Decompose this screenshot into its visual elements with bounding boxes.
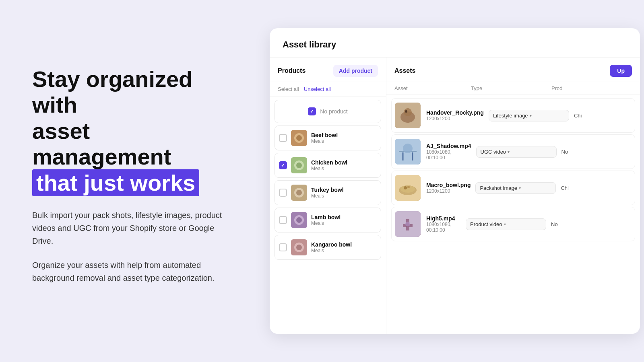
chevron-down-icon: ▾: [530, 113, 532, 118]
asset-type-select-handover-rocky[interactable]: Lifestyle image ▾: [489, 110, 569, 121]
column-header-product: Prod: [551, 85, 632, 91]
unselect-all-button[interactable]: Unselect all: [304, 86, 331, 92]
product-item-kangaroo-bowl[interactable]: Kangaroo bowl Meals: [275, 235, 381, 260]
asset-type-select-aj-shadow[interactable]: UGC video ▾: [476, 146, 557, 158]
assets-column: Assets Up Asset Type Prod: [386, 58, 640, 334]
asset-thumb-aj-shadow: [395, 139, 421, 165]
product-item-turkey-bowl[interactable]: Turkey bowl Meals: [275, 180, 381, 205]
assets-title: Assets: [394, 67, 415, 74]
upload-button[interactable]: Up: [610, 65, 632, 77]
svg-point-28: [407, 186, 410, 188]
products-header: Products Add product: [270, 58, 386, 82]
svg-point-11: [296, 217, 302, 223]
card-header: Asset library: [270, 28, 640, 58]
products-list: No product Beef bowl Meals: [270, 97, 386, 334]
asset-thumb-macro-bowl: [395, 175, 421, 201]
product-item-beef-bowl[interactable]: Beef bowl Meals: [275, 125, 381, 150]
product-info-turkey-bowl: Turkey bowl Meals: [311, 187, 344, 199]
hero-body1: Bulk import your pack shots, lifestyle i…: [32, 209, 229, 247]
hero-title-line2: asset management: [32, 118, 171, 169]
product-checkbox-no-product[interactable]: [308, 107, 316, 115]
product-info-chicken-bowl: Chicken bowl Meals: [311, 159, 347, 171]
products-title: Products: [278, 67, 305, 74]
product-checkbox-chicken-bowl[interactable]: [279, 161, 287, 169]
asset-details-macro-bowl: Macro_bowl.png 1200x1200: [426, 182, 471, 194]
select-all-button[interactable]: Select all: [278, 86, 299, 92]
product-info-kangaroo-bowl: Kangaroo bowl Meals: [311, 241, 352, 253]
product-item-lamb-bowl[interactable]: Lamb bowl Meals: [275, 208, 381, 232]
no-product-label: No product: [320, 108, 347, 115]
card-title: Asset library: [283, 39, 336, 49]
product-checkbox-kangaroo-bowl[interactable]: [279, 243, 287, 251]
product-info-beef-bowl: Beef bowl Meals: [311, 132, 338, 144]
product-checkbox-lamb-bowl[interactable]: [279, 216, 287, 224]
asset-thumb-high5: [395, 211, 421, 237]
asset-details-high5: High5.mp4 1080x1080, 00:10:00: [426, 215, 461, 233]
chevron-down-icon: ▾: [519, 186, 521, 190]
hero-highlight: that just works: [32, 169, 199, 196]
product-checkbox-turkey-bowl[interactable]: [279, 189, 287, 197]
product-thumb-lamb-bowl: [291, 212, 307, 228]
product-item-no-product[interactable]: No product: [275, 100, 381, 123]
hero-body2: Organize your assets with help from auto…: [32, 259, 229, 284]
svg-point-18: [405, 110, 407, 113]
asset-type-select-macro-bowl[interactable]: Packshot image ▾: [475, 182, 556, 194]
product-item-chicken-bowl[interactable]: Chicken bowl Meals: [275, 153, 381, 178]
select-controls: Select all Unselect all: [270, 82, 386, 97]
asset-info-macro-bowl: Macro_bowl.png 1200x1200: [395, 175, 471, 201]
asset-item-macro-bowl: Macro_bowl.png 1200x1200 Packshot image …: [391, 171, 635, 205]
chevron-down-icon: ▾: [508, 150, 510, 154]
asset-library-card: Asset library Products Add product Selec…: [270, 28, 640, 334]
svg-point-17: [404, 108, 412, 116]
asset-info-handover-rocky: Handover_Rocky.png 1200x1200: [395, 103, 484, 128]
asset-details-aj-shadow: AJ_Shadow.mp4 1080x1080, 00:10:00: [426, 143, 471, 160]
asset-item-aj-shadow: AJ_Shadow.mp4 1080x1080, 00:10:00 UGC vi…: [391, 134, 635, 169]
assets-list: Handover_Rocky.png 1200x1200 Lifestyle i…: [386, 95, 640, 334]
card-body: Products Add product Select all Unselect…: [270, 58, 640, 334]
right-panel: Asset library Products Add product Selec…: [262, 0, 644, 362]
svg-point-32: [405, 222, 410, 226]
asset-type-select-high5[interactable]: Product video ▾: [466, 218, 546, 230]
svg-point-27: [404, 186, 407, 189]
column-header-asset: Asset: [394, 85, 471, 91]
svg-point-2: [296, 135, 302, 141]
add-product-button[interactable]: Add product: [333, 65, 378, 77]
product-thumb-kangaroo-bowl: [291, 239, 307, 255]
asset-info-aj-shadow: AJ_Shadow.mp4 1080x1080, 00:10:00: [395, 139, 471, 165]
asset-thumb-handover-rocky: [395, 103, 421, 128]
chevron-down-icon: ▾: [504, 222, 506, 226]
product-info-lamb-bowl: Lamb bowl Meals: [311, 214, 341, 226]
left-panel: Stay organized with asset management tha…: [0, 42, 262, 320]
hero-title: Stay organized with asset management tha…: [32, 66, 229, 196]
asset-item-handover-rocky: Handover_Rocky.png 1200x1200 Lifestyle i…: [391, 98, 635, 133]
column-header-type: Type: [471, 85, 551, 91]
products-column: Products Add product Select all Unselect…: [270, 58, 386, 334]
svg-point-21: [403, 144, 413, 153]
svg-point-8: [296, 190, 302, 195]
svg-point-14: [296, 245, 302, 250]
hero-title-line1: Stay organized with: [32, 66, 192, 117]
product-checkbox-beef-bowl[interactable]: [279, 134, 287, 142]
assets-table-header: Asset Type Prod: [386, 82, 640, 95]
assets-header: Assets Up: [386, 58, 640, 82]
product-thumb-beef-bowl: [291, 130, 307, 146]
asset-info-high5: High5.mp4 1080x1080, 00:10:00: [395, 211, 461, 237]
asset-item-high5: High5.mp4 1080x1080, 00:10:00 Product vi…: [391, 207, 635, 241]
svg-point-5: [296, 162, 302, 168]
asset-details-handover-rocky: Handover_Rocky.png 1200x1200: [426, 109, 484, 121]
product-thumb-chicken-bowl: [291, 157, 307, 173]
product-thumb-turkey-bowl: [291, 185, 307, 201]
